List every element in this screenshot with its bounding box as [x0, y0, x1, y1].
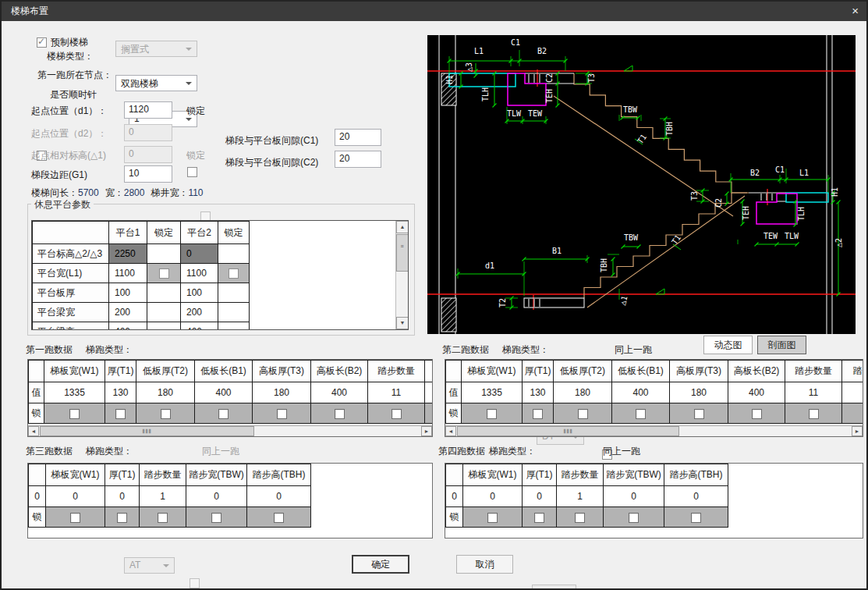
gap-c1-input[interactable]: 20 [335, 129, 381, 146]
stair-type-dropdown[interactable]: 双跑楼梯 [115, 75, 197, 91]
lock-checkbox[interactable] [69, 409, 80, 419]
scroll-left-icon[interactable]: ◄ [28, 426, 39, 436]
dynamic-view-button[interactable]: 动态图 [703, 336, 753, 354]
table-row: 梯板宽(W1)厚(T1) 低板厚(T2)低板长(B1) 高板厚(T3)高板长(B… [29, 361, 434, 382]
table-row: 锁 [29, 403, 434, 424]
cell[interactable]: 100 [181, 283, 218, 303]
run1-hscrollbar[interactable]: ◄ ⦀⦀⦀ ► [28, 425, 432, 436]
title-bar[interactable]: 楼梯布置 × [2, 2, 866, 21]
cell[interactable]: 0 [604, 486, 664, 507]
run2-hscrollbar[interactable]: ◄ ⦀⦀⦀ ► [445, 425, 863, 436]
lock-checkbox[interactable] [391, 409, 402, 419]
cell[interactable]: 11 [785, 382, 842, 403]
scroll-right-icon[interactable]: ► [421, 426, 432, 436]
lock-checkbox[interactable] [274, 513, 284, 523]
cell[interactable]: 400 [311, 382, 368, 403]
lock-checkbox[interactable] [694, 409, 704, 419]
table-row: 平台标高△2/△3 2250 0 [33, 244, 250, 264]
cell[interactable]: 400 [728, 382, 785, 403]
cell [147, 322, 181, 331]
lock-checkbox[interactable] [809, 409, 819, 419]
edge-dist-input[interactable]: 10 [124, 165, 172, 183]
lock-checkbox[interactable] [161, 409, 171, 419]
cell[interactable]: 180 [136, 382, 195, 403]
cell[interactable]: 0 [105, 486, 140, 507]
cell[interactable]: 1 [557, 486, 604, 507]
d1-lock-checkbox[interactable] [187, 167, 197, 177]
cell[interactable]: 0 [247, 486, 311, 507]
lock-checkbox[interactable] [691, 513, 701, 523]
scroll-up-icon[interactable]: ▲ [396, 221, 409, 233]
run3-type-dropdown[interactable]: AT [124, 557, 175, 574]
start-d1-input[interactable]: 1120 [124, 101, 172, 119]
lock-checkbox[interactable] [533, 409, 543, 419]
lock-checkbox[interactable] [487, 409, 497, 419]
cell[interactable]: 400 [109, 322, 147, 331]
scroll-down-icon[interactable]: ▼ [396, 317, 409, 329]
cell[interactable]: 130 [523, 382, 554, 403]
scrollbar-thumb[interactable]: ⦀⦀⦀ [457, 426, 679, 436]
section-view-button[interactable]: 剖面图 [757, 336, 806, 354]
lock-checkbox[interactable] [487, 513, 498, 523]
cell[interactable]: 130 [105, 382, 136, 403]
lock-checkbox[interactable] [70, 513, 80, 523]
cell[interactable]: 1100 [181, 264, 218, 283]
lock-checkbox[interactable] [335, 409, 345, 419]
lock-checkbox[interactable] [575, 513, 585, 523]
ok-button[interactable]: 确定 [352, 555, 409, 574]
run2-same-as-prev-label: 同上一跑 [615, 343, 652, 357]
lock-checkbox[interactable] [211, 513, 221, 523]
lock-checkbox[interactable] [534, 513, 544, 523]
dialog-title: 楼梯布置 [11, 5, 48, 18]
svg-text:△3: △3 [465, 62, 473, 72]
cancel-button[interactable]: 取消 [456, 555, 513, 574]
close-icon[interactable]: × [852, 3, 859, 19]
run1-type-label: 梯跑类型： [86, 343, 133, 357]
lock-checkbox[interactable] [578, 409, 588, 419]
cell[interactable]: 400 [195, 382, 253, 403]
cell[interactable]: 0 [523, 486, 557, 507]
lock-checkbox[interactable] [115, 409, 126, 419]
scrollbar-thumb[interactable]: ⦀⦀⦀ [40, 426, 254, 436]
run3-type-label: 梯跑类型： [86, 445, 133, 458]
lock-checkbox[interactable] [629, 513, 639, 523]
run4-type-dropdown[interactable]: AT [532, 585, 576, 590]
cell[interactable]: 180 [670, 382, 728, 403]
cell[interactable]: 1335 [44, 382, 105, 403]
cell[interactable]: 400 [612, 382, 670, 403]
platform2-width-lock-checkbox[interactable] [229, 268, 239, 279]
cell[interactable]: 0 [463, 486, 523, 507]
chevron-down-icon [186, 82, 192, 85]
lock-checkbox[interactable] [158, 513, 168, 523]
cell[interactable]: 180 [253, 382, 311, 403]
lock-checkbox[interactable] [218, 409, 229, 419]
platform-table-scrollbar[interactable]: ▲ ≡ ▼ [395, 221, 408, 329]
cell[interactable]: 0 [181, 244, 218, 264]
prefab-type-dropdown[interactable]: 搁置式 [115, 41, 197, 57]
cell[interactable]: 200 [181, 303, 218, 322]
cell[interactable]: 100 [109, 283, 147, 303]
cell[interactable]: 0 [46, 486, 105, 507]
platform1-width-lock-checkbox[interactable] [159, 268, 169, 279]
scrollbar-thumb[interactable]: ≡ [396, 234, 409, 272]
scroll-left-icon[interactable]: ◄ [445, 426, 456, 436]
gap-c2-input[interactable]: 20 [335, 151, 381, 168]
cell[interactable]: 2250 [109, 244, 147, 264]
cell[interactable]: 400 [181, 322, 218, 331]
prefab-stair-checkbox[interactable] [37, 37, 47, 48]
cell[interactable]: 1335 [462, 382, 523, 403]
lock-checkbox[interactable] [277, 409, 287, 419]
run3-table: 梯板宽(W1)厚(T1) 踏步数量踏步宽(TBW) 踏步高(TBH) 0 00 … [28, 464, 311, 528]
cell[interactable]: 1 [140, 486, 186, 507]
cell[interactable]: 200 [109, 303, 147, 322]
lock-checkbox[interactable] [117, 513, 127, 523]
cell [842, 382, 864, 403]
lock-checkbox[interactable] [752, 409, 762, 419]
cell[interactable]: 11 [368, 382, 425, 403]
cell[interactable]: 0 [186, 486, 247, 507]
cell[interactable]: 1100 [109, 264, 147, 283]
scroll-right-icon[interactable]: ► [852, 426, 863, 436]
lock-checkbox[interactable] [636, 409, 646, 419]
cell[interactable]: 0 [664, 486, 728, 507]
cell[interactable]: 180 [554, 382, 612, 403]
